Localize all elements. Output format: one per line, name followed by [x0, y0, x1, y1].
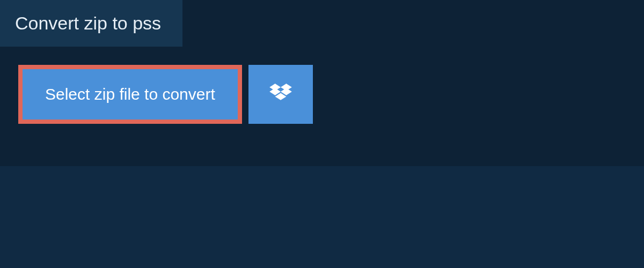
dropbox-button[interactable] [248, 65, 313, 124]
tab-header: Convert zip to pss [0, 0, 182, 47]
select-file-button[interactable]: Select zip file to convert [18, 65, 242, 124]
select-file-label: Select zip file to convert [45, 85, 215, 103]
tab-title: Convert zip to pss [15, 13, 161, 33]
content-area: Select zip file to convert [0, 47, 644, 142]
converter-panel: Convert zip to pss Select zip file to co… [0, 0, 644, 166]
dropbox-icon [269, 84, 292, 105]
